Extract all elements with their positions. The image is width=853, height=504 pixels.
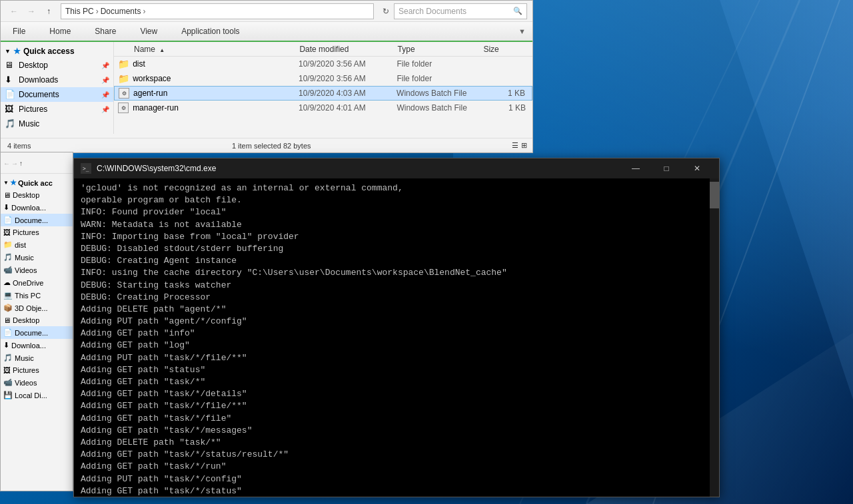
file-row-agent-run[interactable]: ⚙ agent-run 10/9/2020 4:03 AM Windows Ba… (114, 86, 532, 101)
cmd-line-20: Adding GET path "task/*/file" (81, 413, 712, 425)
view-grid-icon[interactable]: ⊞ (521, 141, 527, 150)
cmd-scrollbar[interactable] (710, 178, 719, 497)
ribbon-tab-share[interactable]: Share (89, 24, 121, 39)
file-name-dist: dist (133, 59, 299, 69)
exp2-desktop-label: Desktop (13, 191, 39, 199)
cmd-line-24: Adding GET path "task/*/run" (81, 461, 712, 473)
file-explorer-window-2: ← → ↑ ▼ ★ Quick acc 🖥 Desktop ⬇ Downloa.… (0, 152, 73, 491)
file-list-header: Name ▲ Date modified Type Size (114, 42, 532, 57)
exp2-downloads2-label: Downloa... (11, 342, 46, 350)
sidebar-item-pictures[interactable]: 🖼 Pictures 📌 (1, 102, 113, 117)
exp2-videos-label: Videos (15, 266, 37, 274)
col-header-name[interactable]: Name ▲ (114, 45, 299, 54)
desktop-icon: 🖥 (5, 60, 15, 71)
sidebar-item-downloads[interactable]: ⬇ Downloads 📌 (1, 73, 113, 87)
exp2-desktop[interactable]: 🖥 Desktop (1, 189, 73, 201)
exp2-documents-icon: 📄 (3, 216, 13, 224)
sidebar-item-music[interactable]: 🎵 Music (1, 117, 113, 131)
exp2-localdisc-icon: 💾 (3, 391, 13, 399)
cmd-line-22: Adding DELETE path "task/*" (81, 437, 712, 449)
refresh-button[interactable]: ↻ (378, 3, 394, 19)
name-col-label: Name (134, 45, 155, 54)
ribbon-tab-apptools[interactable]: Application tools (176, 24, 245, 39)
exp2-downloads2[interactable]: ⬇ Downloa... (1, 339, 73, 352)
file-row-manager-run[interactable]: ⚙ manager-run 10/9/2020 4:01 AM Windows … (114, 101, 532, 115)
exp2-dist-icon: 📁 (3, 240, 13, 249)
sidebar-desktop-label: Desktop (19, 61, 48, 70)
exp2-thispc-label: This PC (15, 292, 41, 300)
exp2-pictures2-icon: 🖼 (3, 366, 11, 374)
exp2-music2-label: Music (15, 354, 34, 362)
expand-icon: ▼ (5, 48, 11, 55)
exp2-quick-access[interactable]: ▼ ★ Quick acc (1, 176, 73, 189)
exp2-back-btn[interactable]: ← (3, 160, 10, 167)
exp2-videos2-icon: 📹 (3, 378, 13, 387)
quick-access-header[interactable]: ▼ ★ Quick access (1, 45, 113, 58)
exp2-music2-icon: 🎵 (3, 354, 13, 362)
exp2-desktop2[interactable]: 🖥 Desktop (1, 314, 73, 326)
ribbon-tab-file[interactable]: File (7, 24, 31, 39)
view-list-icon[interactable]: ☰ (512, 141, 518, 150)
exp2-fwd-btn[interactable]: → (11, 160, 18, 167)
file-date-workspace: 10/9/2020 3:56 AM (299, 74, 397, 83)
col-header-date[interactable]: Date modified (299, 45, 397, 54)
address-documents: Documents (101, 7, 141, 16)
up-button[interactable]: ↑ (41, 3, 57, 19)
exp2-thispc[interactable]: 💻 This PC (1, 289, 73, 302)
cmd-maximize-button[interactable]: □ (651, 158, 682, 178)
search-bar[interactable]: Search Documents 🔍 (394, 3, 527, 19)
scrollbar-thumb[interactable] (710, 182, 719, 208)
address-sep1: › (96, 7, 99, 16)
exp2-music2[interactable]: 🎵 Music (1, 352, 73, 364)
exp2-videos2[interactable]: 📹 Videos (1, 376, 73, 389)
exp2-pictures2[interactable]: 🖼 Pictures (1, 364, 73, 376)
exp2-3dobjects[interactable]: 📦 3D Obje... (1, 302, 73, 314)
sidebar-item-documents[interactable]: 📄 Documents 📌 (1, 87, 113, 102)
file-row-workspace[interactable]: 📁 workspace 10/9/2020 3:56 AM File folde… (114, 71, 532, 86)
cmd-line-26: Adding GET path "task/*/status" (81, 485, 712, 497)
exp2-up-btn[interactable]: ↑ (19, 160, 23, 167)
file-date-dist: 10/9/2020 3:56 AM (299, 59, 397, 69)
file-row-dist[interactable]: 📁 dist 10/9/2020 3:56 AM File folder (114, 57, 532, 71)
cmd-close-button[interactable]: ✕ (682, 158, 712, 178)
exp2-videos2-label: Videos (15, 379, 37, 387)
exp2-onedrive[interactable]: ☁ OneDrive (1, 276, 73, 289)
exp2-videos[interactable]: 📹 Videos (1, 264, 73, 276)
exp2-onedrive-label: OneDrive (13, 279, 43, 287)
pin-icon: 📌 (101, 62, 109, 69)
cmd-line-14: Adding GET path "log" (81, 340, 712, 352)
sidebar-item-desktop[interactable]: 🖥 Desktop 📌 (1, 58, 113, 73)
cmd-line-5: INFO: Importing base from "local" provid… (81, 231, 712, 243)
exp2-pictures[interactable]: 🖼 Pictures (1, 226, 73, 238)
file-name-agent-run: agent-run (133, 89, 299, 98)
exp2-dist[interactable]: 📁 dist (1, 238, 73, 251)
exp2-music[interactable]: 🎵 Music (1, 251, 73, 264)
status-selected-info: 1 item selected 82 bytes (232, 142, 311, 150)
exp2-documents2[interactable]: 📄 Docume... (1, 326, 73, 339)
exp2-star: ★ (10, 178, 17, 187)
exp2-pictures-icon: 🖼 (3, 228, 11, 236)
explorer-content: ▼ ★ Quick access 🖥 Desktop 📌 ⬇ Downloads… (1, 42, 532, 134)
exp2-localdisc-label: Local Di... (15, 391, 47, 399)
cmd-window: >_ C:\WINDOWS\system32\cmd.exe — □ ✕ 'gc… (73, 158, 720, 497)
ribbon-tab-view[interactable]: View (135, 24, 163, 39)
exp2-localdisc[interactable]: 💾 Local Di... (1, 389, 73, 401)
back-button[interactable]: ← (6, 3, 22, 19)
ribbon-tab-home[interactable]: Home (44, 24, 76, 39)
exp2-documents[interactable]: 📄 Docume... (1, 214, 73, 226)
pin-icon-4: 📌 (101, 106, 109, 113)
cmd-line-23: Adding GET path "task/*/status/result/*" (81, 449, 712, 461)
file-size-agent-run: 1 KB (482, 89, 532, 98)
exp2-music-label: Music (15, 254, 34, 262)
cmd-minimize-button[interactable]: — (620, 158, 651, 178)
file-date-agent-run: 10/9/2020 4:03 AM (299, 89, 397, 98)
file-name-workspace: workspace (133, 74, 299, 83)
address-bar[interactable]: This PC › Documents › (61, 3, 374, 19)
col-header-type[interactable]: Type (398, 45, 484, 54)
forward-button[interactable]: → (23, 3, 39, 19)
exp2-documents-label: Docume... (15, 216, 48, 224)
cmd-line-11: Adding DELETE path "agent/*" (81, 304, 712, 316)
exp2-downloads[interactable]: ⬇ Downloa... (1, 201, 73, 214)
cmd-body[interactable]: 'gcloud' is not recognized as an interna… (74, 178, 719, 497)
col-header-size[interactable]: Size (483, 45, 532, 54)
